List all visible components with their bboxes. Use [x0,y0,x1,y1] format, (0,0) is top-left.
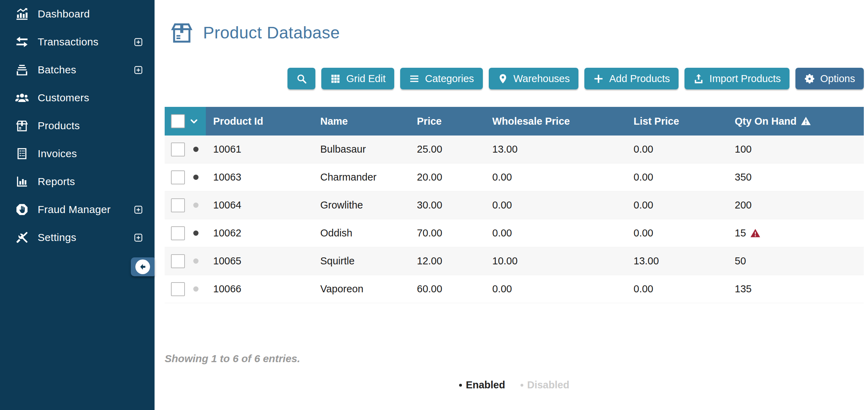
table-row[interactable]: 10062Oddish70.000.000.0015 [165,219,864,247]
cell-name: Bulbasaur [320,144,417,155]
cell-product-id: 10064 [206,199,320,211]
entries-summary: Showing 1 to 6 of 6 entries. [165,353,864,365]
sidebar-item-fraud-manager[interactable]: Fraud Manager [0,196,155,224]
table-header-row: Product Id Name Price Wholesale Price Li… [165,107,864,136]
column-header-name[interactable]: Name [320,116,417,127]
button-label: Add Products [609,73,670,85]
cell-price: 20.00 [417,171,492,183]
cell-product-id: 10065 [206,255,320,267]
sidebar-item-invoices[interactable]: Invoices [0,140,155,168]
status-dot [193,203,199,208]
qty-value: 350 [735,171,751,183]
row-checkbox[interactable] [171,254,185,268]
sidebar-item-batches[interactable]: Batches [0,56,155,84]
row-checkbox[interactable] [171,198,185,212]
cell-wholesale-price: 0.00 [492,199,634,211]
table-row[interactable]: 10063Charmander20.000.000.00350 [165,163,864,191]
row-checkbox[interactable] [171,142,185,156]
sidebar-item-customers[interactable]: Customers [0,84,155,112]
row-select-cell [165,198,206,212]
expand-plus-icon[interactable] [134,205,143,214]
expand-plus-icon[interactable] [134,233,143,242]
upload-icon [693,73,704,84]
qty-value: 50 [735,255,746,267]
warning-icon [750,228,761,239]
cell-list-price: 0.00 [634,227,735,239]
column-header-qty-on-hand[interactable]: Qty On Hand [735,116,864,127]
import-products-button[interactable]: Import Products [684,68,790,89]
row-checkbox[interactable] [171,282,185,296]
table-row[interactable]: 10066Vaporeon60.000.000.00135 [165,275,864,303]
sidebar-item-label: Products [38,120,80,132]
gear-icon [804,73,815,84]
cell-list-price: 13.00 [634,255,735,267]
add-products-button[interactable]: Add Products [584,68,679,89]
button-label: Import Products [709,73,781,85]
status-dot [193,230,199,236]
table-row[interactable]: 10061Bulbasaur25.0013.000.00100 [165,136,864,163]
qty-value: 135 [735,283,751,295]
warehouses-button[interactable]: Warehouses [489,68,579,89]
plus-icon [593,73,604,84]
cell-name: Charmander [320,171,417,183]
status-dot [193,175,199,180]
cell-wholesale-price: 0.00 [492,283,634,295]
sidebar-nav: DashboardTransactionsBatchesCustomersPro… [0,0,155,251]
row-select-cell [165,142,206,156]
batches-icon [14,63,30,77]
categories-button[interactable]: Categories [400,68,482,89]
column-header-wholesale-price[interactable]: Wholesale Price [492,116,634,127]
expand-plus-icon[interactable] [134,65,143,75]
enabled-dot-icon [459,384,462,387]
options-button[interactable]: Options [795,68,864,89]
table-row[interactable]: 10065Squirtle12.0010.0013.0050 [165,247,864,275]
status-legend: Enabled Disabled [165,379,864,391]
legend-enabled: Enabled [459,379,505,391]
transactions-icon [14,35,30,49]
search-button[interactable] [287,68,315,89]
status-dot [193,147,199,152]
row-select-cell [165,226,206,240]
sidebar-item-label: Settings [38,232,76,243]
sidebar-item-transactions[interactable]: Transactions [0,28,155,56]
row-checkbox[interactable] [171,170,185,184]
warning-icon [801,116,811,126]
grid-edit-button[interactable]: Grid Edit [321,68,394,89]
sidebar-collapse-button[interactable] [131,257,155,276]
grid-icon [330,73,341,84]
cell-list-price: 0.00 [634,283,735,295]
sidebar-item-reports[interactable]: Reports [0,168,155,196]
column-header-product-id[interactable]: Product Id [206,116,320,127]
sidebar-item-settings[interactable]: Settings [0,224,155,251]
chevron-down-icon[interactable] [189,117,199,126]
row-checkbox[interactable] [171,226,185,240]
cell-qty-on-hand: 350 [735,171,864,183]
cell-qty-on-hand: 15 [735,227,864,239]
sidebar-item-dashboard[interactable]: Dashboard [0,0,155,28]
cell-qty-on-hand: 135 [735,283,864,295]
column-header-list-price[interactable]: List Price [634,116,735,127]
table-row[interactable]: 10064Growlithe30.000.000.00200 [165,191,864,219]
select-all-checkbox[interactable] [171,114,185,128]
sidebar-item-products[interactable]: Products [0,112,155,140]
button-label: Warehouses [514,73,570,85]
sidebar-item-label: Reports [38,176,75,188]
app-root: DashboardTransactionsBatchesCustomersPro… [0,0,868,410]
select-all-cell [165,107,206,136]
cell-wholesale-price: 13.00 [492,144,634,155]
row-select-cell [165,254,206,268]
expand-plus-icon[interactable] [134,37,143,47]
sidebar-item-label: Invoices [38,148,77,160]
sidebar-item-label: Transactions [38,36,98,48]
toolbar: Grid EditCategoriesWarehousesAdd Product… [165,68,864,89]
cell-qty-on-hand: 100 [735,144,864,155]
page-header: Product Database [170,20,864,45]
legend-disabled-label: Disabled [527,379,569,391]
cell-list-price: 0.00 [634,144,735,155]
customers-icon [14,91,30,105]
column-header-price[interactable]: Price [417,116,492,127]
cell-wholesale-price: 10.00 [492,255,634,267]
cell-name: Growlithe [320,199,417,211]
map-pin-icon [497,73,508,84]
row-select-cell [165,170,206,184]
